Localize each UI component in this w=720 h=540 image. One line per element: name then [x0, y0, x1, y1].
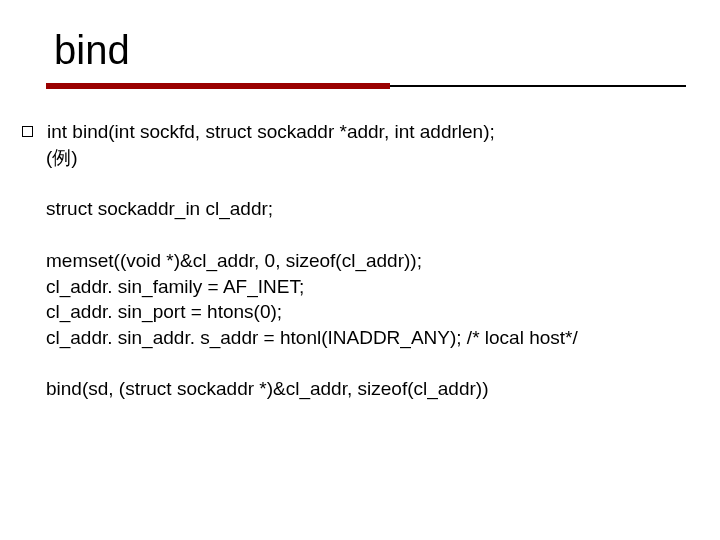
code-line-bindcall: bind(sd, (struct sockaddr *)&cl_addr, si… — [46, 376, 698, 402]
code-line-sinport: cl_addr. sin_port = htons(0); — [46, 299, 698, 325]
title-block: bind — [46, 28, 698, 89]
bullet-line-1: int bind(int sockfd, struct sockaddr *ad… — [47, 119, 495, 145]
code-line-sinfamily: cl_addr. sin_family = AF_INET; — [46, 274, 698, 300]
slide: bind int bind(int sockfd, struct sockadd… — [0, 0, 720, 540]
code-line-sinaddr: cl_addr. sin_addr. s_addr = htonl(INADDR… — [46, 325, 698, 351]
title-underline — [46, 83, 698, 89]
code-paragraph-2: memset((void *)&cl_addr, 0, sizeof(cl_ad… — [46, 248, 698, 351]
title-underline-thick — [46, 83, 390, 89]
code-line-struct: struct sockaddr_in cl_addr; — [46, 196, 698, 222]
code-line-memset: memset((void *)&cl_addr, 0, sizeof(cl_ad… — [46, 248, 698, 274]
code-paragraph-1: struct sockaddr_in cl_addr; — [46, 196, 698, 222]
bullet-row: int bind(int sockfd, struct sockaddr *ad… — [46, 119, 698, 145]
bullet-line-2: (例) — [46, 145, 698, 171]
square-bullet-icon — [22, 126, 33, 137]
bullet-paragraph: int bind(int sockfd, struct sockaddr *ad… — [46, 119, 698, 170]
slide-body: int bind(int sockfd, struct sockaddr *ad… — [46, 119, 698, 402]
slide-title: bind — [46, 28, 698, 79]
code-paragraph-3: bind(sd, (struct sockaddr *)&cl_addr, si… — [46, 376, 698, 402]
